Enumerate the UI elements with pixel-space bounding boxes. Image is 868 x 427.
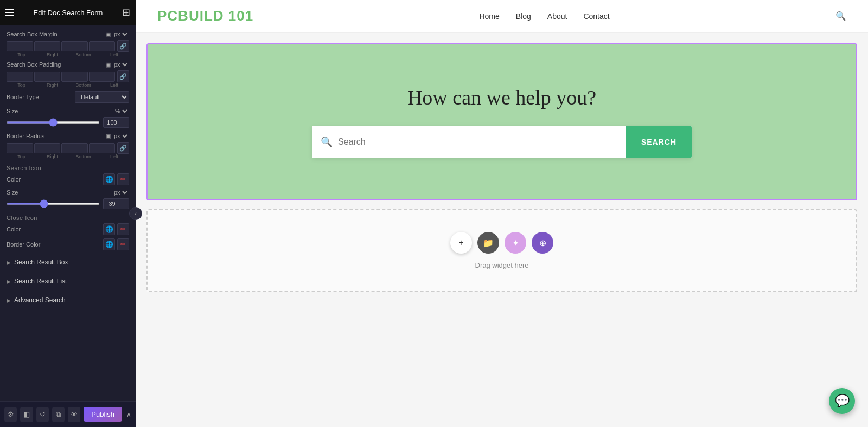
search-icon-size-unit[interactable]: px — [112, 189, 129, 196]
close-icon-border-pencil[interactable]: ✏ — [117, 238, 129, 250]
margin-unit-icon: ▣ — [105, 31, 111, 38]
search-box: 🔍 SEARCH — [312, 126, 692, 158]
search-icon-color-row: Color 🌐 ✏ — [7, 173, 129, 185]
size-label: Size — [7, 108, 18, 114]
search-input[interactable] — [338, 137, 617, 147]
size-slider-wrapper — [7, 117, 129, 128]
margin-left[interactable] — [89, 41, 116, 51]
folder-widget-button[interactable]: 📁 — [477, 232, 499, 254]
nav-blog[interactable]: Blog — [516, 12, 531, 21]
layers-icon[interactable]: ◧ — [20, 407, 33, 422]
border-radius-row: Border Radius ▣ px — [7, 132, 129, 140]
chat-bubble[interactable]: 💬 — [829, 388, 855, 414]
nav-home[interactable]: Home — [479, 12, 499, 21]
search-icon-color-pencil[interactable]: ✏ — [117, 173, 129, 185]
nav-search-icon[interactable]: 🔍 — [835, 11, 846, 21]
grid-icon[interactable]: ⊞ — [122, 7, 130, 18]
size-input[interactable] — [103, 117, 129, 128]
responsive-icon[interactable]: ⧉ — [52, 407, 65, 422]
chevron-right-icon-3: ▶ — [7, 297, 11, 303]
expand-icon[interactable]: ∧ — [126, 411, 131, 418]
border-radius-unit-select[interactable]: px — [112, 132, 129, 140]
border-radius-bottom[interactable] — [61, 143, 88, 153]
padding-link-icon[interactable]: 🔗 — [117, 70, 129, 82]
panel-content: Search Box Margin ▣ px 🔗 Top Right Botto… — [0, 25, 136, 401]
search-box-margin-label: Search Box Margin — [7, 31, 58, 37]
search-icon-size-unit-select[interactable]: px — [112, 189, 129, 196]
border-radius-link-icon[interactable]: 🔗 — [117, 142, 129, 154]
search-input-wrapper: 🔍 — [312, 126, 626, 158]
search-box-margin-row: Search Box Margin ▣ px — [7, 30, 129, 38]
search-icon-size-slider-wrapper — [7, 198, 129, 209]
search-result-list-label: Search Result List — [14, 277, 67, 285]
search-button[interactable]: SEARCH — [626, 126, 692, 158]
preview-icon[interactable]: 👁 — [68, 407, 80, 422]
close-icon-color-pencil[interactable]: ✏ — [117, 223, 129, 235]
border-radius-inputs — [7, 143, 115, 153]
search-icon-size-input[interactable] — [103, 198, 129, 209]
chevron-right-icon: ▶ — [7, 260, 11, 266]
margin-inputs — [7, 41, 115, 51]
nav-about[interactable]: About — [547, 12, 567, 21]
drop-zone: + 📁 ✦ ⊕ Drag widget here — [146, 209, 857, 292]
search-icon-size-slider[interactable] — [7, 203, 100, 205]
element-widget-button[interactable]: ⊕ — [532, 232, 553, 254]
add-widget-button[interactable]: + — [450, 232, 472, 254]
close-icon-color-globe[interactable]: 🌐 — [103, 223, 115, 235]
size-unit[interactable]: % — [113, 107, 129, 115]
search-icon-size-row: Size px — [7, 189, 129, 209]
border-radius-left[interactable] — [89, 143, 116, 153]
close-icon-border-globe[interactable]: 🌐 — [103, 238, 115, 250]
search-result-box-section[interactable]: ▶ Search Result Box — [7, 254, 129, 270]
search-result-list-section[interactable]: ▶ Search Result List — [7, 273, 129, 289]
panel-header: Edit Doc Search Form ⊞ — [0, 0, 136, 25]
padding-unit-select[interactable]: px — [112, 61, 129, 68]
padding-right[interactable] — [34, 72, 61, 82]
border-radius-unit[interactable]: ▣ px — [105, 132, 129, 140]
padding-unit-icon: ▣ — [105, 61, 111, 68]
margin-labels: Top Right Bottom Left — [7, 52, 129, 57]
publish-button[interactable]: Publish — [84, 407, 122, 422]
site-logo: PCBUILD 101 — [157, 8, 253, 24]
settings-icon[interactable]: ⚙ — [4, 407, 17, 422]
panel-title: Edit Doc Search Form — [34, 9, 103, 17]
margin-inputs-wrapper: 🔗 — [7, 40, 129, 52]
advanced-search-section[interactable]: ▶ Advanced Search — [7, 292, 129, 308]
padding-left[interactable] — [89, 72, 116, 82]
search-icon-size-label: Size — [7, 189, 18, 196]
border-radius-labels: Top Right Bottom Left — [7, 154, 129, 159]
size-unit-select[interactable]: % — [113, 107, 129, 115]
margin-bottom[interactable] — [61, 41, 88, 51]
hamburger-menu[interactable] — [5, 9, 14, 16]
border-type-label: Border Type — [7, 94, 39, 100]
padding-bottom[interactable] — [61, 72, 88, 82]
close-icon-border-color-row: Border Color 🌐 ✏ — [7, 238, 129, 250]
margin-right[interactable] — [34, 41, 61, 51]
border-radius-inputs-wrapper: 🔗 — [7, 142, 129, 154]
border-type-row: Border Type Default — [7, 91, 129, 103]
template-widget-button[interactable]: ✦ — [505, 232, 526, 254]
collapse-button[interactable]: ‹ — [129, 207, 142, 220]
padding-top[interactable] — [7, 72, 33, 82]
margin-link-icon[interactable]: 🔗 — [117, 40, 129, 52]
hero-section: How can we help you? 🔍 SEARCH — [146, 43, 857, 200]
nav-contact[interactable]: Contact — [583, 12, 609, 21]
border-radius-right[interactable] — [34, 143, 61, 153]
search-icon-size-header: Size px — [7, 189, 129, 196]
margin-top[interactable] — [7, 41, 33, 51]
margin-unit-select[interactable]: px — [112, 30, 129, 38]
size-slider[interactable] — [7, 121, 100, 124]
search-box-padding-label: Search Box Padding — [7, 61, 61, 68]
padding-inputs — [7, 72, 115, 82]
history-icon[interactable]: ↺ — [36, 407, 49, 422]
padding-unit[interactable]: ▣ px — [105, 61, 129, 68]
margin-unit[interactable]: ▣ px — [105, 30, 129, 38]
border-radius-label: Border Radius — [7, 133, 44, 139]
border-radius-top[interactable] — [7, 143, 33, 153]
padding-labels: Top Right Bottom Left — [7, 82, 129, 88]
search-input-icon: 🔍 — [321, 136, 333, 148]
border-type-select[interactable]: Default — [75, 91, 129, 103]
search-icon-color-globe[interactable]: 🌐 — [103, 173, 115, 185]
close-icon-color-row: Color 🌐 ✏ — [7, 223, 129, 235]
close-icon-color-controls: 🌐 ✏ — [103, 223, 129, 235]
